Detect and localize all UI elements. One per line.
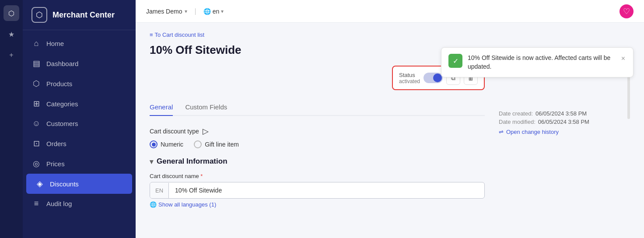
page-left-column: ≡ To Cart discount list 10% Off Sitewide… (150, 32, 485, 217)
sidebar-item-orders[interactable]: ⊡ Orders (23, 133, 136, 154)
status-toggle[interactable] (424, 73, 443, 83)
breadcrumb-label: To Cart discount list (155, 32, 204, 38)
status-sublabel: activated (399, 78, 420, 84)
radio-numeric[interactable]: Numeric (150, 140, 183, 148)
cart-discount-type-section: Cart discount type ▷ Numeric Gift lin (150, 126, 485, 148)
breadcrumb[interactable]: ≡ To Cart discount list (150, 32, 485, 38)
discount-type-text: Cart discount type (150, 128, 199, 135)
notification-close-button[interactable]: × (620, 54, 626, 63)
sidebar-nav: ⌂ Home ▤ Dashboard ⬡ Products ⊞ Categori… (23, 30, 136, 238)
toggle-thumb (433, 74, 442, 82)
left-icon-strip: ⬡ ★ + (0, 0, 23, 238)
discounts-icon: ◈ (35, 179, 45, 189)
sidebar-item-discounts[interactable]: ◈ Discounts (26, 174, 132, 194)
strip-logo-icon[interactable]: ⬡ (4, 5, 19, 21)
section-chevron-icon: ▾ (150, 158, 153, 166)
globe-small-icon: 🌐 (150, 201, 157, 208)
radio-gift-line-item[interactable]: Gift line item (194, 140, 239, 148)
orders-icon: ⊡ (32, 139, 41, 148)
date-created-label: Date created: (499, 110, 533, 117)
required-asterisk: * (200, 173, 203, 179)
sidebar-label-home: Home (46, 40, 64, 47)
products-icon: ⬡ (32, 79, 41, 88)
main-content-area: James Demo ▾ | 🌐 en ▾ ♡ ✓ 10% Off Sitewi… (136, 0, 644, 238)
cursor-icon: ▷ (203, 126, 209, 136)
radio-numeric-inner (152, 143, 156, 147)
open-change-history-link[interactable]: ⇌ Open change history (499, 129, 630, 135)
language-selector[interactable]: 🌐 en ▾ (203, 8, 224, 15)
sidebar-label-products: Products (46, 80, 72, 88)
project-selector[interactable]: James Demo ▾ (146, 8, 187, 15)
sidebar-title: Merchant Center (52, 10, 115, 20)
status-label: Status (399, 72, 420, 78)
date-created-row: Date created: 06/05/2024 3:58 PM (499, 110, 630, 117)
avatar-icon: ♡ (623, 7, 630, 16)
change-history-icon: ⇌ (499, 129, 504, 135)
date-modified-label: Date modified: (499, 119, 536, 125)
categories-icon: ⊞ (32, 99, 41, 108)
cart-name-input-row: EN (150, 182, 485, 199)
sidebar-item-prices[interactable]: ◎ Prices (23, 154, 136, 174)
sidebar-label-prices: Prices (46, 160, 65, 168)
sidebar-item-products[interactable]: ⬡ Products (23, 74, 136, 94)
sidebar-label-discounts: Discounts (50, 180, 79, 188)
page-title: 10% Off Sitewide (150, 43, 485, 57)
general-information-section: ▾ General Information Cart discount name… (150, 157, 485, 208)
sidebar-logo: ⬡ (32, 7, 47, 23)
radio-numeric-label: Numeric (161, 141, 183, 148)
breadcrumb-icon: ≡ (150, 32, 153, 38)
cart-name-label: Cart discount name * (150, 173, 485, 179)
cart-name-input[interactable] (169, 182, 484, 198)
show-languages-link[interactable]: 🌐 Show all languages (1) (150, 201, 485, 208)
tab-custom-fields-label: Custom Fields (185, 103, 227, 111)
sidebar-label-customers: Customers (46, 120, 78, 127)
strip-plus-icon[interactable]: + (4, 47, 19, 63)
sidebar-item-categories[interactable]: ⊞ Categories (23, 94, 136, 114)
radio-group-discount-type: Numeric Gift line item (150, 140, 485, 148)
notification-check-icon: ✓ (448, 54, 462, 68)
sidebar-item-audit-log[interactable]: ≡ Audit log (23, 194, 136, 214)
show-languages-label: Show all languages (1) (158, 201, 216, 208)
topbar-divider: | (194, 7, 196, 15)
sidebar-item-customers[interactable]: ☺ Customers (23, 114, 136, 133)
main-sidebar: ⬡ Merchant Center ⌂ Home ▤ Dashboard ⬡ P… (23, 0, 136, 238)
project-name: James Demo (146, 8, 182, 15)
home-icon: ⌂ (32, 39, 41, 48)
topbar: James Demo ▾ | 🌐 en ▾ ♡ (136, 0, 644, 23)
tabs: General Custom Fields (150, 99, 485, 116)
date-modified-row: Date modified: 06/05/2024 3:58 PM (499, 119, 630, 125)
tab-general[interactable]: General (150, 99, 173, 116)
discount-type-label: Cart discount type ▷ (150, 126, 485, 136)
status-text-group: Status activated (399, 72, 420, 84)
notification-banner: ✓ 10% Off Sitewide is now active. Affect… (441, 47, 634, 77)
change-history-label: Open change history (506, 129, 559, 135)
general-info-label: General Information (157, 157, 228, 166)
radio-gift-label: Gift line item (205, 141, 239, 148)
sidebar-label-categories: Categories (46, 100, 78, 108)
sidebar-item-dashboard[interactable]: ▤ Dashboard (23, 53, 136, 74)
input-lang-tag: EN (150, 183, 169, 198)
sidebar-label-orders: Orders (46, 140, 66, 147)
date-modified-value: 06/05/2024 3:58 PM (538, 119, 589, 125)
audit-log-icon: ≡ (32, 199, 41, 208)
strip-star-icon[interactable]: ★ (4, 26, 19, 42)
cart-name-field: Cart discount name * EN 🌐 Show all langu… (150, 173, 485, 208)
prices-icon: ◎ (32, 159, 41, 168)
radio-gift-circle (194, 140, 202, 148)
globe-icon: 🌐 (203, 8, 211, 15)
tab-custom-fields[interactable]: Custom Fields (185, 99, 227, 116)
sidebar-item-home[interactable]: ⌂ Home (23, 34, 136, 53)
sidebar-header: ⬡ Merchant Center (23, 0, 136, 30)
notification-message: 10% Off Sitewide is now active. Affected… (468, 54, 615, 71)
date-created-value: 06/05/2024 3:58 PM (536, 110, 587, 117)
user-avatar[interactable]: ♡ (620, 4, 634, 18)
lang-dropdown-icon: ▾ (221, 8, 224, 14)
page-body: ✓ 10% Off Sitewide is now active. Affect… (136, 23, 644, 238)
language-code: en (213, 8, 220, 15)
dashboard-icon: ▤ (32, 59, 41, 68)
radio-numeric-circle (150, 140, 158, 148)
sidebar-label-audit-log: Audit log (46, 200, 72, 207)
tab-general-label: General (150, 103, 173, 111)
project-dropdown-icon: ▾ (185, 8, 187, 14)
sidebar-label-dashboard: Dashboard (46, 60, 78, 67)
